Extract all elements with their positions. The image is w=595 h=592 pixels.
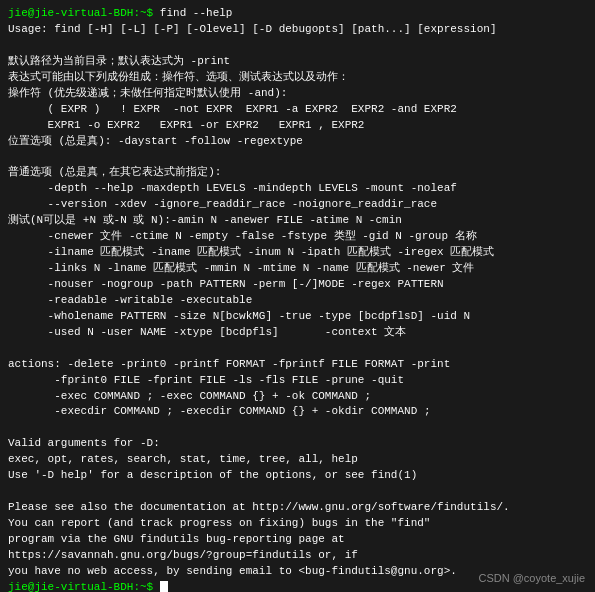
line-24: -fprint0 FILE -fprint FILE -ls -fls FILE… (8, 373, 587, 389)
line-14: 测试(N可以是 +N 或-N 或 N):-amin N -anewer FILE… (8, 213, 587, 229)
line-15: -cnewer 文件 -ctime N -empty -false -fstyp… (8, 229, 587, 245)
line-31 (8, 484, 587, 500)
line-34: program via the GNU findutils bug-report… (8, 532, 587, 548)
line-5: 表达式可能由以下列成份组成：操作符、选项、测试表达式以及动作： (8, 70, 587, 86)
line-33: You can report (and track progress on fi… (8, 516, 587, 532)
terminal-window: jie@jie-virtual-BDH:~$ find --help Usage… (0, 0, 595, 592)
line-17: -links N -lname 匹配模式 -mmin N -mtime N -n… (8, 261, 587, 277)
line-27 (8, 420, 587, 436)
line-13: --version -xdev -ignore_readdir_race -no… (8, 197, 587, 213)
line-23: actions: -delete -print0 -printf FORMAT … (8, 357, 587, 373)
line-18: -nouser -nogroup -path PATTERN -perm [-/… (8, 277, 587, 293)
line-1: jie@jie-virtual-BDH:~$ find --help (8, 6, 587, 22)
line-10 (8, 149, 587, 165)
line-21: -used N -user NAME -xtype [bcdpfls] -con… (8, 325, 587, 341)
prompt-1: jie@jie-virtual-BDH:~$ (8, 7, 153, 19)
line-6: 操作符 (优先级递减；未做任何指定时默认使用 -and): (8, 86, 587, 102)
line-7: ( EXPR ) ! EXPR -not EXPR EXPR1 -a EXPR2… (8, 102, 587, 118)
line-11: 普通选项 (总是真，在其它表达式前指定): (8, 165, 587, 181)
line-2: Usage: find [-H] [-L] [-P] [-Olevel] [-D… (8, 22, 587, 38)
line-29: exec, opt, rates, search, stat, time, tr… (8, 452, 587, 468)
cursor (160, 581, 168, 592)
terminal-content: jie@jie-virtual-BDH:~$ find --help Usage… (8, 6, 587, 592)
line-3 (8, 38, 587, 54)
line-9: 位置选项 (总是真): -daystart -follow -regextype (8, 134, 587, 150)
line-28: Valid arguments for -D: (8, 436, 587, 452)
line-20: -wholename PATTERN -size N[bcwkMG] -true… (8, 309, 587, 325)
line-25: -exec COMMAND ; -exec COMMAND {} + -ok C… (8, 389, 587, 405)
line-16: -ilname 匹配模式 -iname 匹配模式 -inum N -ipath … (8, 245, 587, 261)
line-26: -execdir COMMAND ; -execdir COMMAND {} +… (8, 404, 587, 420)
line-4: 默认路径为当前目录；默认表达式为 -print (8, 54, 587, 70)
line-12: -depth --help -maxdepth LEVELS -mindepth… (8, 181, 587, 197)
watermark: CSDN @coyote_xujie (478, 572, 585, 584)
line-19: -readable -writable -executable (8, 293, 587, 309)
line-8: EXPR1 -o EXPR2 EXPR1 -or EXPR2 EXPR1 , E… (8, 118, 587, 134)
line-22 (8, 341, 587, 357)
line-30: Use '-D help' for a description of the o… (8, 468, 587, 484)
line-35: https://savannah.gnu.org/bugs/?group=fin… (8, 548, 587, 564)
prompt-2: jie@jie-virtual-BDH:~$ (8, 581, 153, 592)
line-32: Please see also the documentation at htt… (8, 500, 587, 516)
